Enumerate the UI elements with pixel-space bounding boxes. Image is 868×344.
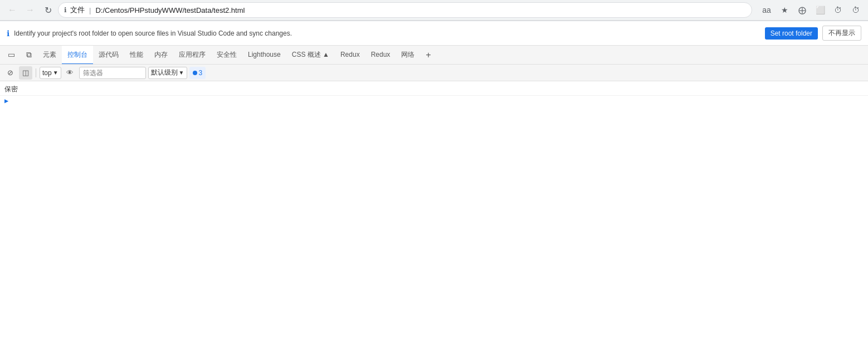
console-output: 保密 ▶ [0,81,868,109]
address-sep: | [89,6,91,14]
log-level-selector[interactable]: 默认级别 ▼ [148,67,187,79]
toolbar-separator [36,68,36,77]
tab-network[interactable]: 网络 [396,46,420,65]
tab-inspect[interactable]: ▭ [2,46,21,65]
tab-elements[interactable]: 元素 [37,46,62,65]
tab-security-label: 安全性 [217,50,237,60]
tab-device[interactable]: ⧉ [21,46,37,65]
tab-console[interactable]: 控制台 [62,46,93,65]
address-bar[interactable]: ℹ 文件 | D:/Centos/PHPstudyWWW/testData/te… [58,2,752,18]
address-file-label: 文件 [70,5,85,15]
eye-button[interactable]: 👁 [64,66,77,80]
tab-redux1-label: Redux [340,51,360,58]
tab-application[interactable]: 应用程序 [173,46,211,65]
favorites-button[interactable]: ★ [777,2,792,18]
tab-network-label: 网络 [401,50,415,60]
inspect-icon: ▭ [8,50,15,59]
clear-console-button[interactable]: ⊘ [3,66,17,80]
device-icon: ⧉ [26,50,32,60]
devtools-tabs: ▭ ⧉ 元素 控制台 源代码 性能 内存 应用程序 安全性 Lighthouse [0,46,868,65]
reload-button[interactable]: ↻ [40,2,56,18]
tab-performance[interactable]: 性能 [124,46,149,65]
tab-lighthouse-label: Lighthouse [248,51,281,58]
set-root-folder-button[interactable]: Set root folder [765,27,818,40]
filter-input[interactable] [79,67,146,79]
issues-badge[interactable]: 3 [189,67,206,79]
browser-chrome: ← → ↻ ℹ 文件 | D:/Centos/PHPstudyWWW/testD… [0,0,868,21]
console-group-label: 保密 [4,85,18,94]
show-drawer-button[interactable]: ◫ [19,66,32,80]
browser-actions: aа ★ ⨁ ⬜ ⏱ ⏱ [759,2,864,18]
tab-redux2-label: Redux [371,51,391,58]
dismiss-banner-button[interactable]: 不再显示 [822,26,861,41]
reading-mode-button[interactable]: aа [759,2,774,18]
top-label: top [42,69,52,77]
tab-memory[interactable]: 内存 [149,46,173,65]
clear-icon: ⊘ [7,68,13,77]
tab-application-label: 应用程序 [179,50,206,60]
timer-button1[interactable]: ⏱ [830,2,846,18]
extensions-button[interactable]: ⨁ [794,2,810,18]
console-group-row: 保密 [0,83,868,96]
tab-console-label: 控制台 [67,50,87,60]
tab-css-overview[interactable]: CSS 概述 ▲ [286,46,335,65]
level-chevron-icon: ▼ [179,70,184,76]
tab-elements-label: 元素 [43,50,56,60]
address-url: D:/Centos/PHPstudyWWW/testData/test2.htm… [95,6,245,14]
timer-button2[interactable]: ⏱ [848,2,864,18]
tab-lighthouse[interactable]: Lighthouse [242,46,286,65]
forward-button[interactable]: → [22,2,38,18]
tab-performance-label: 性能 [130,50,143,60]
context-selector[interactable]: top ▼ [40,67,61,79]
tab-memory-label: 内存 [154,50,168,60]
browser-toolbar: ← → ↻ ℹ 文件 | D:/Centos/PHPstudyWWW/testD… [0,0,868,20]
info-banner-icon: ℹ [7,29,9,38]
tab-redux2[interactable]: Redux [365,46,396,65]
chevron-down-icon: ▼ [53,70,58,76]
drawer-icon: ◫ [22,68,29,77]
tab-css-overview-label: CSS 概述 ▲ [292,50,329,60]
level-label: 默认级别 [151,68,178,77]
devtools-panel: ℹ Identify your project's root folder to… [0,21,868,109]
issues-dot-icon [193,71,197,75]
eye-icon: 👁 [66,68,74,77]
tab-security[interactable]: 安全性 [211,46,242,65]
add-tab-button[interactable]: + [421,48,435,62]
tab-sources[interactable]: 源代码 [93,46,124,65]
back-button[interactable]: ← [4,2,20,18]
tab-redux1[interactable]: Redux [335,46,365,65]
issues-count: 3 [199,69,203,77]
expand-arrow-icon[interactable]: ▶ [4,97,8,105]
tab-sources-label: 源代码 [99,50,119,60]
split-view-button[interactable]: ⬜ [812,2,828,18]
console-toolbar: ⊘ ◫ top ▼ 👁 默认级别 ▼ 3 [0,65,868,81]
info-banner: ℹ Identify your project's root folder to… [0,21,868,46]
info-banner-text: Identify your project's root folder to o… [14,30,760,37]
console-expand-row: ▶ [0,96,868,106]
address-info-icon: ℹ [64,6,67,14]
